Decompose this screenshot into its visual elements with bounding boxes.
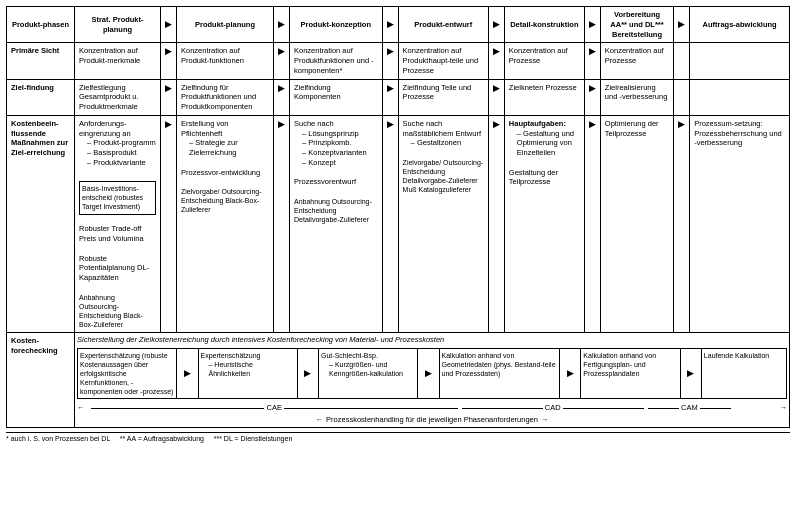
kf-arrow-1: ▶ (177, 348, 198, 398)
kb-arrow-6: ▶ (674, 115, 690, 332)
kb-cell-4: Suche nach maßstäblichem Entwurf Gestalt… (398, 115, 488, 332)
phase-4: Produkt-entwurf (398, 7, 488, 43)
primaere-sicht-header: Primäre Sicht (7, 43, 75, 79)
zielfindung-header: Ziel-findung (7, 79, 75, 115)
zf-arrow-5: ▶ (584, 79, 600, 115)
kostenbeein-row: Kostenbeein-flussende Maßnahmen zur Ziel… (7, 115, 790, 332)
zf-arrow-2: ▶ (274, 79, 290, 115)
kf-cell-6: Laufende Kalkulation (701, 348, 786, 398)
cae-line (91, 408, 265, 409)
zf-arrow-6 (674, 79, 690, 115)
main-table: Produkt-phasen Strat. Produkt-planung ▶ … (6, 6, 790, 428)
anbahnung-3: Anbahnung Outsourcing-Entscheidung Detai… (294, 197, 378, 224)
kf-cell-2: Expertenschätzung Heuristische Ähnlichke… (198, 348, 297, 398)
robuster-tradeoff: Robuster Trade-off Preis und Volumina (79, 224, 156, 244)
ps-arrow-6 (674, 43, 690, 79)
prozessvor-2: Prozessvor-entwicklung (181, 168, 269, 178)
ps-arrow-2: ▶ (274, 43, 290, 79)
arrow-3: ▶ (382, 7, 398, 43)
kostenforecheck-intro: Sicherstellung der Zielkostenerreichung … (77, 335, 787, 345)
phase-5: Detail-konstruktion (504, 7, 584, 43)
zf-cell-7 (690, 79, 790, 115)
kf-arrow-5: ▶ (680, 348, 701, 398)
kb-list-2: Strategie zur Zielerreichung (181, 138, 269, 158)
kb-cell-6: Optimierung der Teilprozesse (600, 115, 673, 332)
kf-arrow-2: ▶ (297, 348, 318, 398)
cad-label: CAD (545, 403, 561, 413)
zf-arrow-3: ▶ (382, 79, 398, 115)
kf-cell-5: Kalkulation anhand von Fertigungsplan- u… (581, 348, 680, 398)
kostenforecheck-inner-table: Expertenschätzung (robuste Kostenaussage… (77, 348, 787, 399)
arrow-4: ▶ (488, 7, 504, 43)
kb-arrow-4: ▶ (488, 115, 504, 332)
kostenforecheck-content: Sicherstellung der Zielkostenerreichung … (75, 332, 790, 427)
arrow-2: ▶ (274, 7, 290, 43)
ps-arrow-5: ▶ (584, 43, 600, 79)
cae-line-right (284, 408, 458, 409)
zf-cell-4: Zielfindung Teile und Prozesse (398, 79, 488, 115)
zielvorgabe-2: Zielvorgabe/ Outsourcing-Entscheidung Bl… (181, 187, 269, 214)
primaere-sicht-row: Primäre Sicht Konzentration auf Produkt-… (7, 43, 790, 79)
footnotes: * auch i. S. von Prozessen bei DL ** AA … (6, 432, 790, 444)
arrow-1: ▶ (161, 7, 177, 43)
prozesskostenhandling-row: ← Prozesskostenhandling für die jeweilig… (77, 415, 787, 425)
kb-cell-3: Suche nach Lösungsprinzip Prinzipkomb. K… (290, 115, 383, 332)
cae-label: CAE (266, 403, 281, 413)
invest-box: Basis-Investitions-entscheid (robustes T… (79, 181, 156, 214)
ps-cell-7 (690, 43, 790, 79)
kf-cell-3: Gut-Schlecht-Bsp. Kurzgrößen- und Kenngr… (319, 348, 418, 398)
kb-arrow-1: ▶ (161, 115, 177, 332)
ps-cell-3: Konzentration auf Produktfunktionen und … (290, 43, 383, 79)
zf-arrow-4: ▶ (488, 79, 504, 115)
ps-arrow-4: ▶ (488, 43, 504, 79)
zielfindung-row: Ziel-findung Zielfestlegung Gesamtproduk… (7, 79, 790, 115)
prozesskostenhandling-label: Prozesskostenhandling für die jeweiligen… (326, 415, 538, 425)
phase-7: Auftrags-abwicklung (690, 7, 790, 43)
robuste-potential: Robuste Potentialplanung DL-Kapazitäten (79, 254, 156, 283)
ps-cell-6: Konzentration auf Prozesse (600, 43, 673, 79)
kb-cell-5: Hauptaufgaben: Gestaltung und Optimierun… (504, 115, 584, 332)
phase-6: Vorbereitung AA** und DL*** Bereitstellu… (600, 7, 673, 43)
kb-arrow-5: ▶ (584, 115, 600, 332)
cae-cad-cam-row: ← CAE CAD (77, 403, 787, 413)
kostenforecheck-row: Kosten-forechecking Sicherstellung der Z… (7, 332, 790, 427)
kostenbeein-header: Kostenbeein-flussende Maßnahmen zur Ziel… (7, 115, 75, 332)
kb-list-1: Produkt-programm Basisprodukt Produktvar… (79, 138, 156, 167)
ps-arrow-3: ▶ (382, 43, 398, 79)
ps-arrow-1: ▶ (161, 43, 177, 79)
ps-cell-4: Konzentration auf Produkthaupt-teile und… (398, 43, 488, 79)
footnote-2: ** AA = Auftragsabwicklung (120, 435, 204, 442)
kb-cell-7: Prozessum-setzung: Prozessbeherrschung u… (690, 115, 790, 332)
anbahnung-outsourcing-1: Anbahnung Outsourcing-Entscheidung Black… (79, 293, 156, 329)
phase-3: Produkt-konzeption (290, 7, 383, 43)
kf-arrow-3: ▶ (418, 348, 439, 398)
arrow-6: ▶ (674, 7, 690, 43)
zf-cell-6: Zielrealisierung und -verbesserung (600, 79, 673, 115)
optimierung-teilprozesse: Optimierung der Teilprozesse (605, 119, 669, 139)
zf-cell-3: Zielfindung Komponenten (290, 79, 383, 115)
kb-list-3: Lösungsprinzip Prinzipkomb. Konzeptvaria… (294, 129, 378, 168)
prozessentwurf-3: Prozessvorentwurf (294, 177, 378, 187)
kostenforecheck-header: Kosten-forechecking (7, 332, 75, 427)
kf-cell-1: Expertenschätzung (robuste Kostenaussage… (78, 348, 177, 398)
ps-cell-1: Konzentration auf Produkt-merkmale (75, 43, 161, 79)
kf-cell-4: Kalkulation anhand von Geometriedaten (p… (439, 348, 560, 398)
kb-arrow-3: ▶ (382, 115, 398, 332)
kb-list-4: Gestaltzonen (403, 138, 484, 148)
kf-arrow-4: ▶ (560, 348, 581, 398)
kb-cell-2: Erstellung von Pflichtenheft Strategie z… (177, 115, 274, 332)
kb-arrow-2: ▶ (274, 115, 290, 332)
arrow-5: ▶ (584, 7, 600, 43)
zf-cell-1: Zielfestlegung Gesamtprodukt u. Produktm… (75, 79, 161, 115)
phase-2: Produkt-planung (177, 7, 274, 43)
kb-list-5: Gestaltung und Optimierung von Einzeltei… (509, 129, 580, 158)
zf-arrow-1: ▶ (161, 79, 177, 115)
footnote-3: *** DL = Dienstleistungen (214, 435, 293, 442)
footnote-1: * auch i. S. von Prozessen bei DL (6, 435, 110, 442)
zf-cell-5: Zielkneten Prozesse (504, 79, 584, 115)
ps-cell-2: Konzentration auf Produkt-funktionen (177, 43, 274, 79)
kb-cell-1: Anforderungs-eingrenzung an Produkt-prog… (75, 115, 161, 332)
cam-label: CAM (681, 403, 698, 413)
zf-cell-2: Zielfindung für Produktfunktionen und Pr… (177, 79, 274, 115)
ps-cell-5: Konzentration auf Prozesse (504, 43, 584, 79)
